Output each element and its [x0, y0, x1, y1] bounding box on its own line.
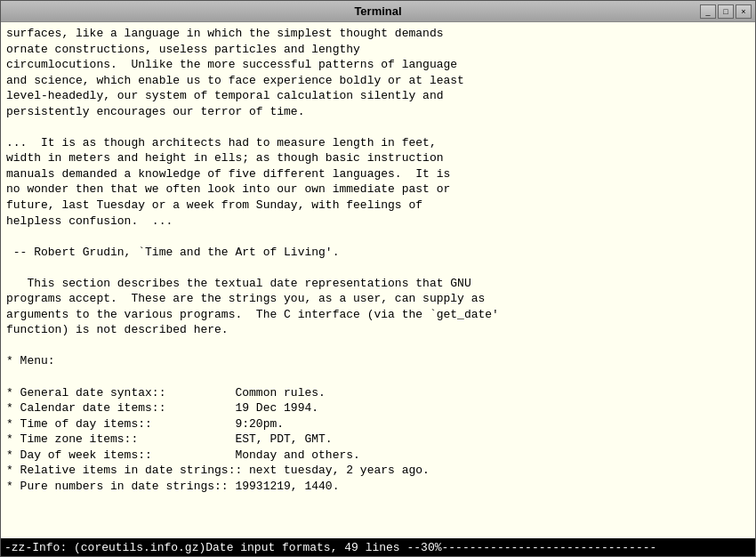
status-bar: -zz-Info: (coreutils.info.gz)Date input … — [1, 538, 755, 556]
status-text: -zz-Info: (coreutils.info.gz)Date input … — [4, 541, 656, 554]
close-button[interactable]: × — [736, 4, 752, 19]
maximize-button[interactable]: □ — [718, 4, 734, 19]
titlebar: Terminal _ □ × — [1, 1, 755, 22]
terminal-body: surfaces, like a language in which the s… — [1, 22, 755, 538]
minimize-button[interactable]: _ — [700, 4, 716, 19]
terminal-content: surfaces, like a language in which the s… — [6, 26, 750, 494]
window-title: Terminal — [354, 4, 401, 18]
terminal-window: Terminal _ □ × surfaces, like a language… — [0, 0, 756, 557]
window-controls: _ □ × — [700, 4, 752, 19]
